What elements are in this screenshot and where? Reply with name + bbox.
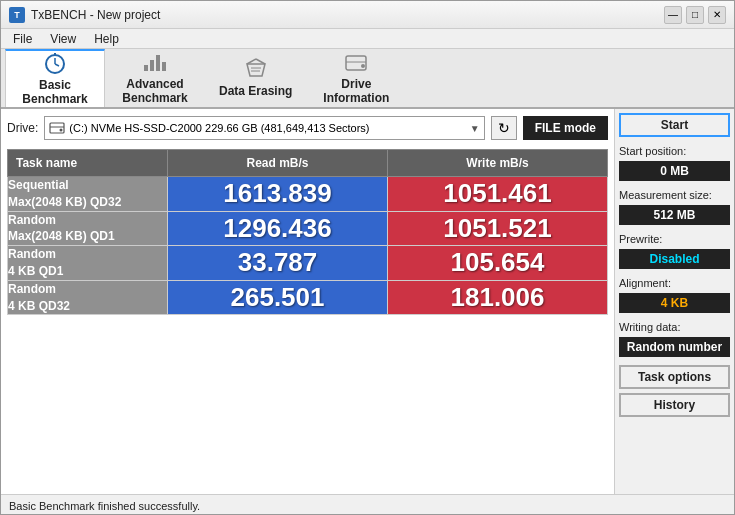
svg-point-14 — [361, 64, 365, 68]
right-panel: Start Start position: 0 MB Measurement s… — [614, 109, 734, 494]
svg-rect-5 — [150, 60, 154, 71]
read-speed-value: 1296.436 — [223, 213, 331, 243]
status-text: Basic Benchmark finished successfully. — [9, 500, 200, 512]
write-speed-cell: 181.006 — [388, 280, 608, 315]
task-name-cell: Random 4 KB QD1 — [8, 246, 168, 281]
start-button[interactable]: Start — [619, 113, 730, 137]
results-table: Task name Read mB/s Write mB/s Sequentia… — [7, 149, 608, 315]
window-controls: — □ ✕ — [664, 6, 726, 24]
write-speed-cell: 1051.521 — [388, 211, 608, 246]
start-position-label: Start position: — [619, 145, 730, 157]
read-speed-value: 1613.839 — [223, 178, 331, 208]
tab-basic-benchmark[interactable]: Basic Benchmark — [5, 49, 105, 107]
read-speed-cell: 33.787 — [168, 246, 388, 281]
menu-help[interactable]: Help — [86, 30, 127, 48]
write-speed-cell: 1051.461 — [388, 177, 608, 212]
table-row: Random 4 KB QD32265.501181.006 — [8, 280, 608, 315]
menu-file[interactable]: File — [5, 30, 40, 48]
task-name-cell: Random Max(2048 KB) QD1 — [8, 211, 168, 246]
drive-label: Drive: — [7, 121, 38, 135]
tab-drive-information[interactable]: Drive Information — [306, 49, 406, 107]
minimize-button[interactable]: — — [664, 6, 682, 24]
data-erasing-label: Data Erasing — [219, 84, 292, 98]
file-mode-button[interactable]: FILE mode — [523, 116, 608, 140]
toolbar: Basic Benchmark Advanced Benchmark Data … — [1, 49, 734, 109]
prewrite-label: Prewrite: — [619, 233, 730, 245]
read-speed-cell: 1613.839 — [168, 177, 388, 212]
svg-rect-4 — [144, 65, 148, 71]
refresh-icon: ↻ — [498, 120, 510, 136]
table-row: Random Max(2048 KB) QD11296.4361051.521 — [8, 211, 608, 246]
refresh-button[interactable]: ↻ — [491, 116, 517, 140]
svg-rect-6 — [156, 55, 160, 71]
tab-data-erasing[interactable]: Data Erasing — [205, 49, 306, 107]
drive-selector[interactable]: (C:) NVMe HS-SSD-C2000 229.66 GB (481,64… — [44, 116, 484, 140]
drive-icon — [342, 51, 370, 73]
read-speed-cell: 1296.436 — [168, 211, 388, 246]
close-button[interactable]: ✕ — [708, 6, 726, 24]
write-speed-value: 1051.461 — [443, 178, 551, 208]
svg-point-17 — [60, 129, 63, 132]
window-title: TxBENCH - New project — [31, 8, 160, 22]
alignment-value: 4 KB — [619, 293, 730, 313]
alignment-label: Alignment: — [619, 277, 730, 289]
maximize-button[interactable]: □ — [686, 6, 704, 24]
read-speed-value: 33.787 — [238, 247, 318, 277]
history-button[interactable]: History — [619, 393, 730, 417]
write-speed-cell: 105.654 — [388, 246, 608, 281]
drive-information-label: Drive Information — [323, 77, 389, 106]
task-name-cell: Random 4 KB QD32 — [8, 280, 168, 315]
status-bar: Basic Benchmark finished successfully. — [1, 494, 734, 515]
basic-benchmark-label: Basic Benchmark — [22, 78, 87, 107]
app-icon: T — [9, 7, 25, 23]
drive-value: (C:) NVMe HS-SSD-C2000 229.66 GB (481,64… — [69, 122, 369, 134]
write-speed-value: 181.006 — [451, 282, 545, 312]
col-header-read: Read mB/s — [168, 150, 388, 177]
svg-rect-16 — [50, 123, 64, 133]
measurement-size-label: Measurement size: — [619, 189, 730, 201]
svg-marker-8 — [247, 64, 265, 76]
erasing-icon — [242, 58, 270, 80]
task-name-cell: Sequential Max(2048 KB) QD32 — [8, 177, 168, 212]
start-position-value: 0 MB — [619, 161, 730, 181]
drive-select-icon — [49, 121, 65, 135]
title-bar: T TxBENCH - New project — □ ✕ — [1, 1, 734, 29]
write-speed-value: 105.654 — [451, 247, 545, 277]
task-options-button[interactable]: Task options — [619, 365, 730, 389]
prewrite-value: Disabled — [619, 249, 730, 269]
writing-data-label: Writing data: — [619, 321, 730, 333]
col-header-task: Task name — [8, 150, 168, 177]
left-panel: Drive: (C:) NVMe HS-SSD-C2000 229.66 GB … — [1, 109, 614, 494]
table-row: Random 4 KB QD133.787105.654 — [8, 246, 608, 281]
read-speed-cell: 265.501 — [168, 280, 388, 315]
tab-advanced-benchmark[interactable]: Advanced Benchmark — [105, 49, 205, 107]
advanced-benchmark-label: Advanced Benchmark — [122, 77, 187, 106]
svg-rect-7 — [162, 62, 166, 71]
clock-icon — [41, 52, 69, 74]
drive-row: Drive: (C:) NVMe HS-SSD-C2000 229.66 GB … — [7, 115, 608, 141]
main-area: Drive: (C:) NVMe HS-SSD-C2000 229.66 GB … — [1, 109, 734, 494]
menu-view[interactable]: View — [42, 30, 84, 48]
col-header-write: Write mB/s — [388, 150, 608, 177]
measurement-size-value: 512 MB — [619, 205, 730, 225]
read-speed-value: 265.501 — [231, 282, 325, 312]
table-row: Sequential Max(2048 KB) QD321613.8391051… — [8, 177, 608, 212]
chart-icon — [141, 51, 169, 73]
svg-line-2 — [55, 64, 59, 66]
dropdown-arrow-icon: ▼ — [470, 123, 480, 134]
menu-bar: File View Help — [1, 29, 734, 49]
writing-data-value: Random number — [619, 337, 730, 357]
write-speed-value: 1051.521 — [443, 213, 551, 243]
